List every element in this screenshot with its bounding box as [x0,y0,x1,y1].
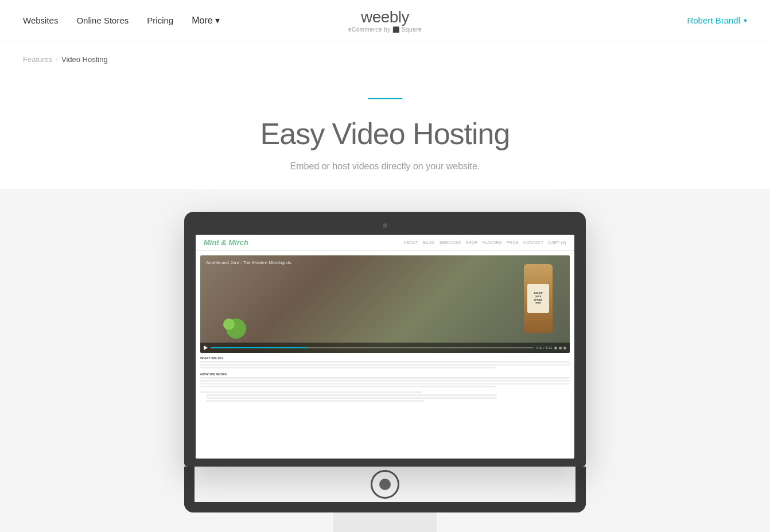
screen-nav-services: SERVICES [440,240,461,244]
nav-more-label: More [192,15,212,26]
screen-text-line-8 [200,391,422,393]
breadcrumb: Features › Video Hosting [0,41,770,64]
monitor-wrapper: Mint & Mirch ABOUT BLOG SERVICES SHOP FL… [184,212,586,467]
nav-links-left: Websites Online Stores Pricing More ▾ [23,15,220,26]
screen-text-line-7 [200,386,496,387]
hero-title: Easy Video Hosting [11,117,759,151]
nav-more-dropdown[interactable]: More ▾ [192,15,219,26]
screen-nav-contact: CONTACT [523,240,543,244]
monitor-button-inner [379,479,391,490]
rum-label-text-1: BELOW [534,292,543,295]
screen-nav-blog: BLOG [423,240,435,244]
user-chevron: ▾ [744,17,747,25]
screen-nav-pros: PROS [507,240,519,244]
monitor-stand-neck [333,512,437,532]
page-lower [0,467,770,532]
lime-garnish [223,316,249,339]
nav-pricing[interactable]: Pricing [147,15,173,25]
screen-text-line-4 [200,377,570,379]
video-time: 4:03 / 4:12 [536,346,552,350]
screen-list-3 [206,400,424,402]
nav-more-chevron: ▾ [215,15,220,26]
screen-video: Amelie and Joni - The Modern Mixologists… [200,255,570,353]
video-icon-1 [554,347,557,350]
monitor-camera [383,223,387,228]
video-controls: 4:03 / 4:12 [200,343,570,353]
screen-text-line-1 [200,361,570,363]
user-name: Robert Brandl [687,15,740,25]
hero-subtitle: Embed or host videos directly on your we… [11,161,759,172]
rum-bottle: BELOW DECK SPICED RUM [524,264,553,333]
monitor-power-button [371,470,399,499]
rum-label: BELOW DECK SPICED RUM [527,284,549,313]
breadcrumb-separator: › [56,56,58,63]
screen-nav-shop: SHOP [466,240,478,244]
screen-section-1-title: WHAT WE DO [200,356,570,360]
video-progress-fill [211,347,308,348]
lime-slice [223,319,235,330]
screen-list-1 [206,394,497,396]
video-icon-2 [559,347,562,350]
screen-text-content: WHAT WE DO HOW WE WORK [196,353,574,406]
monitor-body: Mint & Mirch ABOUT BLOG SERVICES SHOP FL… [184,212,586,467]
screen-nav-about: ABOUT [404,240,419,244]
brand-name: weebly [348,8,422,26]
monitor-screen: Mint & Mirch ABOUT BLOG SERVICES SHOP FL… [196,235,574,459]
screen-text-line-3 [200,367,496,368]
navbar: Websites Online Stores Pricing More ▾ we… [0,0,770,41]
rum-label-text-4: RUM [535,302,540,305]
brand-logo[interactable]: weebly eCommerce by ⬛ Square [348,8,422,33]
nav-websites[interactable]: Websites [23,15,58,25]
video-icon-group [554,347,566,350]
video-play-icon [204,345,208,350]
screen-text-line-2 [200,364,570,366]
screen-text-line-6 [200,383,570,385]
screen-nav-cart: CART (0) [548,240,566,244]
breadcrumb-current: Video Hosting [61,55,108,64]
rum-label-text-2: DECK [535,296,541,298]
screen-logo: Mint & Mirch [204,238,248,247]
video-title: Amelie and Joni - The Modern Mixologists [206,260,291,265]
monitor-illustration: Mint & Mirch ABOUT BLOG SERVICES SHOP FL… [0,189,770,467]
screen-section-2-title: HOW WE WORK [200,372,570,376]
screen-navbar: Mint & Mirch ABOUT BLOG SERVICES SHOP FL… [196,235,574,251]
hero-section: Easy Video Hosting Embed or host videos … [0,64,770,189]
video-progress-bar [211,347,534,348]
screen-text-line-5 [200,380,570,382]
screen-nav-links: ABOUT BLOG SERVICES SHOP FLAVORS PROS CO… [404,240,566,244]
breadcrumb-parent[interactable]: Features [23,55,52,64]
monitor-lower-body [184,467,586,512]
monitor-bottom-bar [196,459,574,467]
nav-online-stores[interactable]: Online Stores [76,15,129,25]
screen-nav-flavors: FLAVORS [483,240,502,244]
monitor-top-bar [196,223,574,235]
brand-sub: eCommerce by ⬛ Square [348,26,422,33]
user-menu[interactable]: Robert Brandl ▾ [687,15,747,25]
screen-list-2 [206,397,497,399]
video-icon-3 [563,347,566,350]
